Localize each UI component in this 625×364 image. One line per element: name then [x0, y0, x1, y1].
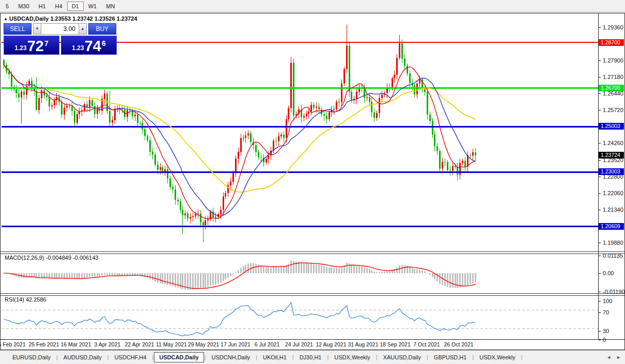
sell-price-display[interactable]: 1.23 72 7 — [4, 36, 59, 55]
date-axis[interactable]: 6 Feb 202125 Feb 202116 Mar 20213 Apr 20… — [1, 340, 598, 350]
price-tick-mark — [599, 110, 601, 110]
price-tick-label: 1.29360 — [603, 24, 623, 30]
price-badge: 1.23724 — [599, 152, 624, 159]
one-click-trade-panel: SELL ▼ ▲ BUY 1.23 72 7 1.23 74 6 — [4, 23, 117, 55]
tab-usdchf-h4[interactable]: USDCHF,H4 — [110, 352, 152, 362]
rsi-tick-mark — [599, 312, 601, 313]
timeframe-toolbar: 5M30H1H4D1W1MN — [0, 0, 625, 12]
date-label: 26 Oct 2021 — [439, 341, 478, 347]
price-tick-label: 1.27180 — [603, 74, 623, 80]
price-tick-label: 1.21340 — [603, 207, 623, 213]
tab-usdcad-daily[interactable]: USDCAD,Daily — [154, 352, 204, 362]
price-tick-label: 1.19880 — [603, 240, 623, 246]
price-tick-mark — [599, 193, 601, 194]
rsi-tick-label: 0 — [603, 337, 606, 343]
price-tick-mark — [599, 143, 601, 144]
tab-audusd-daily[interactable]: AUDUSD,Daily — [58, 352, 107, 362]
buy-price-pip: 6 — [102, 39, 106, 48]
tabs-scroll-right-icon[interactable]: ► — [616, 355, 621, 360]
sell-button[interactable]: SELL — [4, 23, 32, 35]
price-tick-mark — [599, 77, 601, 77]
price-axis[interactable]: 1.293601.279001.271801.264401.257201.242… — [599, 13, 624, 339]
price-badge: 1.28700 — [599, 39, 624, 46]
price-badge: 1.25003 — [599, 123, 624, 130]
rsi-canvas[interactable] — [2, 295, 598, 339]
timeframe-button-5[interactable]: 5 — [1, 2, 13, 11]
price-tick-label: 1.24260 — [603, 140, 623, 146]
tab-gbpusd-h1[interactable]: GBPUSD,H1 — [429, 352, 472, 362]
price-badge: 1.20609 — [599, 223, 624, 230]
sell-price-prefix: 1.23 — [14, 44, 26, 52]
lot-size-input[interactable] — [41, 23, 79, 35]
tab-xauusd-daily[interactable]: XAUUSD,Daily — [378, 352, 426, 362]
price-tick-label: 1.27900 — [603, 57, 623, 64]
buy-price-prefix: 1.23 — [72, 44, 84, 52]
macd-tick-mark — [599, 256, 601, 256]
rsi-tick-mark — [599, 331, 601, 331]
price-tick-mark — [599, 177, 601, 177]
price-tick-mark — [599, 160, 601, 161]
timeframe-button-w1[interactable]: W1 — [84, 2, 102, 11]
tab-usdx-weekly[interactable]: USDX,Weekly — [329, 352, 375, 362]
tab-separator: | — [521, 354, 523, 360]
timeframe-button-h1[interactable]: H1 — [34, 2, 51, 11]
tab-eurusd-daily[interactable]: EURUSD,Daily — [7, 352, 56, 362]
sell-price-big: 72 — [27, 38, 44, 54]
chart-tab-bar: EURUSD,Daily|AUDUSD,Daily|USDCHF,H4|USDC… — [0, 350, 625, 364]
symbol-period-label: USDCAD,Daily — [9, 15, 49, 22]
price-tick-label: 1.25720 — [603, 107, 623, 113]
tab-usdcnh-daily[interactable]: USDCNH,Daily — [207, 352, 256, 362]
tab-usdx-weekly[interactable]: USDX,Weekly — [474, 352, 520, 362]
ohlc-values: 1.23553 1.23742 1.23526 1.23724 — [50, 15, 137, 22]
timeframe-button-d1[interactable]: D1 — [67, 2, 84, 11]
rsi-tick-label: 70 — [603, 309, 609, 315]
tab-dj30-h1[interactable]: DJ30,H1 — [294, 352, 327, 362]
rsi-tick-label: 30 — [603, 328, 609, 334]
price-badge: 1.26700 — [599, 85, 624, 91]
timeframe-button-mn[interactable]: MN — [101, 2, 119, 11]
tab-scroll-arrows: ◄► — [606, 355, 621, 360]
price-tick-mark — [599, 93, 601, 94]
price-tick-mark — [599, 27, 601, 28]
lot-decrease-button[interactable]: ▼ — [33, 23, 41, 35]
price-tick-mark — [599, 243, 601, 243]
price-badge: 1.23003 — [599, 168, 624, 175]
macd-tick-mark — [599, 292, 601, 292]
macd-tick-label: -0.011904 — [603, 289, 625, 295]
rsi-indicator-label: RSI(14) 42.2586 — [5, 296, 46, 303]
price-tick-mark — [599, 210, 601, 210]
tabs-scroll-left-icon[interactable]: ◄ — [606, 355, 611, 360]
series-marker-icon: ▲ — [4, 17, 8, 21]
rsi-tick-label: 100 — [603, 298, 612, 304]
timeframe-button-m30[interactable]: M30 — [13, 2, 34, 11]
macd-tick-mark — [599, 273, 601, 274]
chart-window: ▲USDCAD,Daily 1.23553 1.23742 1.23526 1.… — [0, 13, 625, 350]
rsi-tick-mark — [599, 301, 601, 302]
buy-price-big: 74 — [85, 38, 101, 54]
tab-ukoil-h1[interactable]: UKOil,H1 — [258, 352, 292, 362]
price-tick-label: 1.22060 — [603, 190, 623, 196]
lot-increase-button[interactable]: ▲ — [79, 23, 87, 35]
buy-price-display[interactable]: 1.23 74 6 — [61, 36, 117, 55]
macd-indicator-label: MACD(12,26,9) -0.004849 -0.006143 — [5, 255, 99, 261]
macd-tick-label: 0.01135 — [603, 252, 623, 259]
rsi-tick-mark — [599, 340, 601, 340]
macd-tick-label: 0.00 — [603, 270, 614, 276]
price-tick-mark — [599, 60, 601, 61]
buy-button[interactable]: BUY — [88, 23, 116, 35]
sell-price-pip: 7 — [44, 39, 49, 48]
timeframe-button-h4[interactable]: H4 — [51, 2, 67, 11]
chart-title: ▲USDCAD,Daily 1.23553 1.23742 1.23526 1.… — [4, 15, 137, 22]
